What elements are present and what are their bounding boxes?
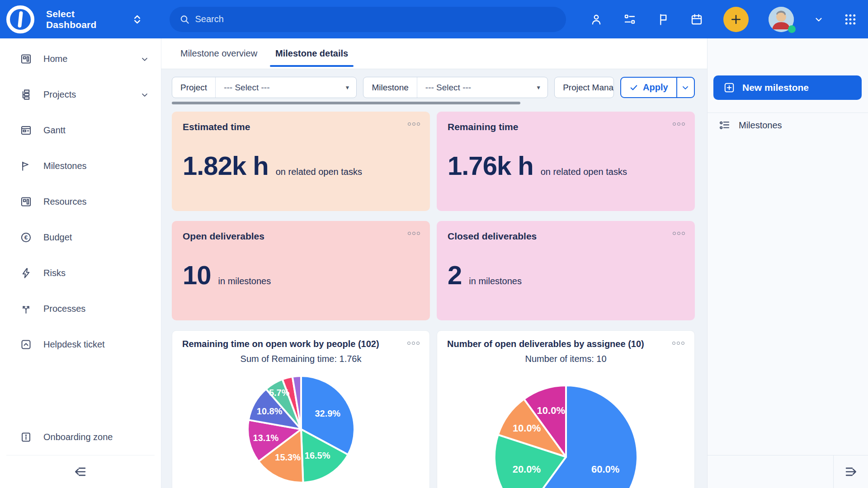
quick-add-button[interactable]	[723, 7, 749, 32]
sidebar-item-label: Helpdesk ticket	[43, 339, 149, 350]
tab-milestone-details[interactable]: Milestone details	[266, 38, 357, 69]
dashboard-icon	[20, 53, 32, 65]
euro-icon: €	[20, 231, 32, 244]
card-menu-button[interactable]	[407, 342, 420, 345]
stat-value: 2	[448, 260, 462, 290]
square-plus-icon	[723, 82, 735, 94]
sidebar-item-processes[interactable]: Processes	[0, 291, 161, 327]
sidebar: Home Projects Gantt Milestones Resources…	[0, 38, 161, 488]
stat-suffix: in milestones	[218, 276, 271, 286]
card-title: Estimated time	[183, 122, 419, 132]
svg-text:15.3%: 15.3%	[275, 452, 301, 462]
sidebar-item-gantt[interactable]: Gantt	[0, 113, 161, 148]
app-logo[interactable]	[6, 5, 34, 33]
panel-item-milestones[interactable]: Milestones	[708, 113, 868, 138]
expand-panel-button[interactable]	[833, 455, 868, 488]
apply-button[interactable]: Apply	[621, 78, 676, 97]
top-bar: Select Dashboard	[0, 0, 868, 38]
chart-card-open-deliverables-by-assignee: Number of open deliverables by assignee …	[437, 330, 695, 488]
tab-milestone-overview[interactable]: Milestone overview	[171, 38, 266, 69]
svg-text:16.5%: 16.5%	[304, 450, 330, 460]
svg-text:10.8%: 10.8%	[256, 406, 282, 416]
milestone-filter-label: Milestone	[363, 77, 417, 98]
calendar-icon[interactable]	[690, 13, 703, 26]
chevron-updown-icon[interactable]	[132, 14, 142, 25]
svg-text:20.0%: 20.0%	[512, 464, 540, 475]
chevron-down-icon[interactable]	[140, 90, 149, 99]
sidebar-item-budget[interactable]: € Budget	[0, 220, 161, 255]
svg-text:€: €	[24, 234, 28, 241]
svg-text:10.0%: 10.0%	[512, 422, 540, 434]
chevron-down-icon[interactable]	[140, 55, 149, 64]
sidebar-item-home[interactable]: Home	[0, 41, 161, 77]
stat-card-closed-deliverables: Closed deliverables 2 in milestones	[437, 221, 695, 320]
sidebar-item-projects[interactable]: Projects	[0, 77, 161, 113]
stat-value: 1.82k h	[183, 150, 269, 181]
flag-icon[interactable]	[656, 13, 670, 26]
dashboard-selector[interactable]: Select Dashboard	[46, 9, 124, 30]
stat-suffix: on related open tasks	[276, 167, 362, 177]
plus-icon	[730, 13, 742, 26]
card-menu-button[interactable]	[673, 122, 685, 126]
svg-text:13.1%: 13.1%	[253, 433, 278, 443]
search-input[interactable]	[195, 14, 556, 24]
tasklist-icon[interactable]	[623, 13, 637, 26]
sidebar-item-label: Risks	[43, 268, 149, 278]
project-filter-select[interactable]: --- Select ---▼	[216, 77, 356, 98]
card-title: Open deliverables	[183, 231, 419, 242]
apps-grid-icon[interactable]	[844, 13, 857, 26]
stat-card-remaining-time: Remaining time 1.76k h on related open t…	[437, 112, 695, 211]
sidebar-item-label: Onboarding zone	[43, 432, 149, 442]
search-bar[interactable]	[170, 7, 566, 32]
user-icon[interactable]	[590, 13, 603, 26]
sidebar-item-label: Projects	[43, 89, 140, 100]
avatar[interactable]	[769, 7, 794, 32]
sidebar-item-label: Milestones	[43, 161, 149, 171]
main-content: Milestone overview Milestone details Pro…	[161, 38, 707, 488]
chart-card-remaining-time-by-people: Remaining time on open work by people (1…	[172, 330, 430, 488]
lightning-icon	[20, 267, 32, 279]
chevron-down-icon[interactable]	[814, 14, 824, 24]
card-title: Closed deliverables	[448, 231, 684, 242]
new-milestone-button[interactable]: New milestone	[713, 75, 862, 100]
project-filter: Project --- Select ---▼	[172, 77, 357, 98]
milestone-filter-select[interactable]: --- Select ---▼	[417, 77, 547, 98]
stat-value: 1.76k h	[448, 150, 533, 181]
flag-icon	[20, 160, 32, 172]
horizontal-scrollbar[interactable]	[172, 102, 695, 104]
project-manager-filter[interactable]: Project Manager	[554, 77, 614, 98]
online-status-dot	[788, 25, 796, 33]
card-menu-button[interactable]	[408, 232, 420, 235]
collapse-sidebar-button[interactable]	[0, 455, 161, 488]
stat-card-open-deliverables: Open deliverables 10 in milestones	[172, 221, 430, 320]
pie-chart-open-deliverables[interactable]: 60.0%20.0%10.0%10.0%	[491, 382, 641, 488]
card-menu-button[interactable]	[673, 232, 685, 235]
sidebar-item-label: Budget	[43, 232, 149, 243]
apply-options-button[interactable]	[676, 78, 694, 97]
chart-title: Remaining time on open work by people (1…	[182, 339, 420, 349]
stat-suffix: in milestones	[469, 276, 522, 286]
caret-down-icon: ▼	[536, 84, 541, 91]
chart-subtitle: Sum of Remaining time: 1.76k	[182, 354, 420, 364]
sidebar-item-helpdesk-ticket[interactable]: Helpdesk ticket	[0, 327, 161, 362]
filter-row: Project --- Select ---▼ Milestone --- Se…	[172, 77, 695, 98]
tabs-bar: Milestone overview Milestone details	[161, 38, 707, 69]
project-manager-filter-label: Project Manager	[555, 77, 613, 98]
pie-chart-remaining-time[interactable]: 32.9%16.5%15.3%13.1%10.8%5.7%	[242, 371, 360, 488]
sidebar-item-milestones[interactable]: Milestones	[0, 148, 161, 184]
sidebar-item-resources[interactable]: Resources	[0, 184, 161, 220]
card-title: Remaining time	[448, 122, 684, 132]
chart-title: Number of open deliverables by assignee …	[447, 339, 684, 349]
search-icon	[179, 14, 190, 25]
sidebar-item-label: Home	[43, 54, 140, 64]
apply-split-button: Apply	[620, 77, 695, 98]
gantt-icon	[20, 124, 32, 136]
sidebar-item-onboarding-zone[interactable]: Onboarding zone	[0, 419, 161, 455]
collapse-left-icon	[73, 464, 88, 479]
sidebar-item-risks[interactable]: Risks	[0, 255, 161, 291]
stat-value: 10	[183, 260, 211, 290]
stat-card-estimated-time: Estimated time 1.82k h on related open t…	[172, 112, 430, 211]
branch-icon	[20, 303, 32, 315]
card-menu-button[interactable]	[408, 122, 420, 126]
card-menu-button[interactable]	[672, 342, 684, 345]
